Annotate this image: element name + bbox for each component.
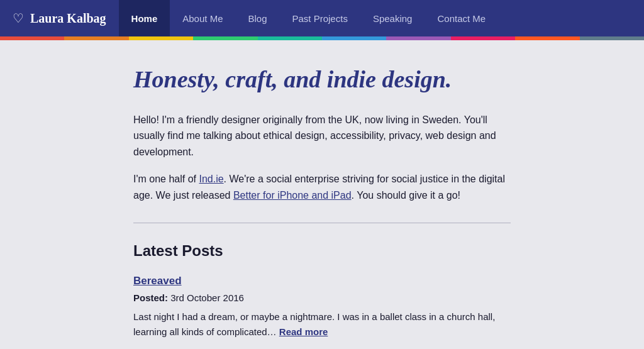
heart-icon: ♡ [13, 11, 24, 26]
site-logo-link[interactable]: ♡ Laura Kalbag [13, 11, 106, 26]
read-more-link[interactable]: Read more [279, 326, 328, 337]
site-title: Laura Kalbag [30, 11, 106, 26]
posted-label: Posted: [133, 292, 168, 303]
post-item: Bereaved Posted: 3rd October 2016 Last n… [133, 275, 511, 340]
indie-link[interactable]: Ind.ie [199, 174, 223, 184]
post-meta: Posted: 3rd October 2016 [133, 292, 511, 303]
nav-item-past-projects[interactable]: Past Projects [280, 0, 360, 36]
post-date-value: 3rd October 2016 [170, 292, 244, 303]
post-excerpt: Last night I had a dream, or maybe a nig… [133, 309, 511, 340]
intro-p2-before: I'm one half of [133, 174, 199, 184]
site-header: ♡ Laura Kalbag Home About Me Blog Past P… [0, 0, 644, 36]
main-nav: Home About Me Blog Past Projects Speakin… [119, 0, 499, 36]
nav-item-blog[interactable]: Blog [235, 0, 279, 36]
intro-p2-after: . You should give it a go! [352, 190, 460, 201]
intro-paragraph-2: I'm one half of Ind.ie. We're a social e… [133, 171, 511, 203]
latest-posts-heading: Latest Posts [133, 242, 511, 260]
nav-item-home[interactable]: Home [119, 0, 170, 36]
nav-item-contact[interactable]: Contact Me [425, 0, 498, 36]
post-title-link[interactable]: Bereaved [133, 275, 182, 287]
hero-tagline: Honesty, craft, and indie design. [133, 65, 511, 94]
intro-paragraph-1: Hello! I'm a friendly designer originall… [133, 112, 511, 160]
nav-item-about[interactable]: About Me [170, 0, 235, 36]
main-content: Honesty, craft, and indie design. Hello!… [121, 40, 523, 349]
nav-item-speaking[interactable]: Speaking [360, 0, 425, 36]
better-link[interactable]: Better for iPhone and iPad [233, 190, 352, 201]
divider [133, 223, 511, 223]
